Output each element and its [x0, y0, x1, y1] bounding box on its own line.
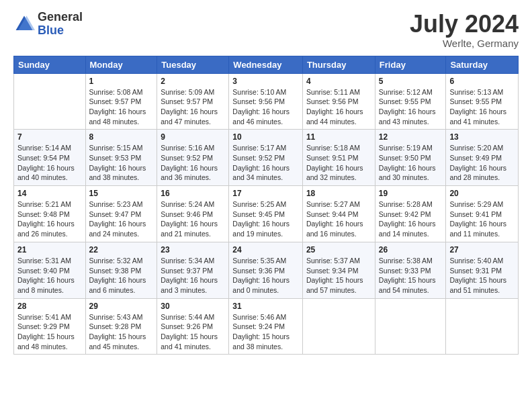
day-info: Sunrise: 5:43 AM Sunset: 9:28 PM Dayligh…	[89, 312, 154, 352]
calendar-cell: 7Sunrise: 5:14 AM Sunset: 9:54 PM Daylig…	[14, 130, 86, 186]
calendar-cell: 3Sunrise: 5:10 AM Sunset: 9:56 PM Daylig…	[229, 73, 303, 130]
day-info: Sunrise: 5:17 AM Sunset: 9:52 PM Dayligh…	[232, 143, 299, 183]
day-number: 29	[89, 302, 154, 311]
calendar-table: SundayMondayTuesdayWednesdayThursdayFrid…	[13, 56, 519, 355]
header: General Blue July 2024 Werlte, Germany	[13, 11, 519, 49]
calendar-cell: 29Sunrise: 5:43 AM Sunset: 9:28 PM Dayli…	[85, 298, 157, 355]
day-number: 5	[379, 77, 443, 86]
day-info: Sunrise: 5:12 AM Sunset: 9:55 PM Dayligh…	[379, 87, 443, 127]
title-month: July 2024	[410, 11, 519, 38]
calendar-cell: 22Sunrise: 5:32 AM Sunset: 9:38 PM Dayli…	[85, 242, 157, 298]
calendar-cell: 11Sunrise: 5:18 AM Sunset: 9:51 PM Dayli…	[302, 130, 375, 186]
day-info: Sunrise: 5:25 AM Sunset: 9:45 PM Dayligh…	[232, 199, 299, 239]
day-number: 18	[306, 189, 371, 198]
day-info: Sunrise: 5:24 AM Sunset: 9:46 PM Dayligh…	[161, 199, 225, 239]
calendar-cell: 25Sunrise: 5:37 AM Sunset: 9:34 PM Dayli…	[302, 242, 375, 298]
day-number: 20	[449, 189, 515, 198]
calendar-header-friday: Friday	[375, 56, 446, 73]
day-number: 11	[306, 132, 371, 142]
day-info: Sunrise: 5:27 AM Sunset: 9:44 PM Dayligh…	[306, 199, 371, 239]
calendar-cell: 23Sunrise: 5:34 AM Sunset: 9:37 PM Dayli…	[157, 242, 229, 298]
calendar-header-row: SundayMondayTuesdayWednesdayThursdayFrid…	[14, 56, 519, 73]
day-number: 28	[17, 302, 82, 311]
day-number: 14	[17, 189, 82, 198]
calendar-week-row: 14Sunrise: 5:21 AM Sunset: 9:48 PM Dayli…	[14, 186, 519, 242]
day-info: Sunrise: 5:23 AM Sunset: 9:47 PM Dayligh…	[89, 199, 154, 239]
calendar-week-row: 1Sunrise: 5:08 AM Sunset: 9:57 PM Daylig…	[14, 73, 519, 130]
day-number: 12	[379, 132, 443, 142]
day-info: Sunrise: 5:37 AM Sunset: 9:34 PM Dayligh…	[306, 256, 371, 295]
calendar-cell	[446, 298, 519, 355]
day-info: Sunrise: 5:44 AM Sunset: 9:26 PM Dayligh…	[161, 312, 225, 352]
calendar-header-wednesday: Wednesday	[229, 56, 303, 73]
day-number: 7	[17, 132, 82, 142]
calendar-cell: 21Sunrise: 5:31 AM Sunset: 9:40 PM Dayli…	[14, 242, 86, 298]
day-info: Sunrise: 5:09 AM Sunset: 9:57 PM Dayligh…	[161, 87, 225, 127]
day-info: Sunrise: 5:18 AM Sunset: 9:51 PM Dayligh…	[306, 143, 371, 183]
day-number: 30	[161, 302, 225, 311]
day-info: Sunrise: 5:19 AM Sunset: 9:50 PM Dayligh…	[379, 143, 443, 183]
calendar-cell: 2Sunrise: 5:09 AM Sunset: 9:57 PM Daylig…	[157, 73, 229, 130]
day-number: 22	[89, 245, 154, 255]
calendar-header-sunday: Sunday	[14, 56, 86, 73]
day-info: Sunrise: 5:10 AM Sunset: 9:56 PM Dayligh…	[232, 87, 299, 127]
calendar-cell: 4Sunrise: 5:11 AM Sunset: 9:56 PM Daylig…	[302, 73, 375, 130]
calendar-cell: 13Sunrise: 5:20 AM Sunset: 9:49 PM Dayli…	[446, 130, 519, 186]
day-info: Sunrise: 5:29 AM Sunset: 9:41 PM Dayligh…	[449, 199, 515, 239]
day-number: 24	[232, 245, 299, 255]
day-number: 23	[161, 245, 225, 255]
day-number: 31	[232, 302, 299, 311]
calendar-header-monday: Monday	[85, 56, 157, 73]
day-info: Sunrise: 5:20 AM Sunset: 9:49 PM Dayligh…	[449, 143, 515, 183]
day-info: Sunrise: 5:11 AM Sunset: 9:56 PM Dayligh…	[306, 87, 371, 127]
calendar-cell: 8Sunrise: 5:15 AM Sunset: 9:53 PM Daylig…	[85, 130, 157, 186]
day-info: Sunrise: 5:14 AM Sunset: 9:54 PM Dayligh…	[17, 143, 82, 183]
calendar-cell: 10Sunrise: 5:17 AM Sunset: 9:52 PM Dayli…	[229, 130, 303, 186]
day-number: 27	[449, 245, 515, 255]
calendar-header-saturday: Saturday	[446, 56, 519, 73]
title-block: July 2024 Werlte, Germany	[410, 11, 519, 49]
logo-general: General	[38, 11, 83, 24]
day-info: Sunrise: 5:08 AM Sunset: 9:57 PM Dayligh…	[89, 87, 154, 127]
calendar-cell: 27Sunrise: 5:40 AM Sunset: 9:31 PM Dayli…	[446, 242, 519, 298]
calendar-cell: 18Sunrise: 5:27 AM Sunset: 9:44 PM Dayli…	[302, 186, 375, 242]
calendar-cell: 12Sunrise: 5:19 AM Sunset: 9:50 PM Dayli…	[375, 130, 446, 186]
day-number: 1	[89, 77, 154, 86]
calendar-cell: 6Sunrise: 5:13 AM Sunset: 9:55 PM Daylig…	[446, 73, 519, 130]
calendar-header-thursday: Thursday	[302, 56, 375, 73]
day-number: 8	[89, 132, 154, 142]
day-number: 21	[17, 245, 82, 255]
calendar-cell: 9Sunrise: 5:16 AM Sunset: 9:52 PM Daylig…	[157, 130, 229, 186]
calendar-cell: 30Sunrise: 5:44 AM Sunset: 9:26 PM Dayli…	[157, 298, 229, 355]
page: General Blue July 2024 Werlte, Germany S…	[0, 0, 532, 411]
day-number: 4	[306, 77, 371, 86]
logo-icon	[13, 13, 35, 35]
calendar-cell: 5Sunrise: 5:12 AM Sunset: 9:55 PM Daylig…	[375, 73, 446, 130]
calendar-cell: 17Sunrise: 5:25 AM Sunset: 9:45 PM Dayli…	[229, 186, 303, 242]
day-info: Sunrise: 5:21 AM Sunset: 9:48 PM Dayligh…	[17, 199, 82, 239]
day-number: 10	[232, 132, 299, 142]
calendar-cell: 20Sunrise: 5:29 AM Sunset: 9:41 PM Dayli…	[446, 186, 519, 242]
day-info: Sunrise: 5:35 AM Sunset: 9:36 PM Dayligh…	[232, 256, 299, 295]
calendar-cell	[302, 298, 375, 355]
calendar-cell: 14Sunrise: 5:21 AM Sunset: 9:48 PM Dayli…	[14, 186, 86, 242]
day-info: Sunrise: 5:28 AM Sunset: 9:42 PM Dayligh…	[379, 199, 443, 239]
day-info: Sunrise: 5:31 AM Sunset: 9:40 PM Dayligh…	[17, 256, 82, 295]
calendar-week-row: 7Sunrise: 5:14 AM Sunset: 9:54 PM Daylig…	[14, 130, 519, 186]
calendar-cell: 16Sunrise: 5:24 AM Sunset: 9:46 PM Dayli…	[157, 186, 229, 242]
day-info: Sunrise: 5:40 AM Sunset: 9:31 PM Dayligh…	[449, 256, 515, 295]
day-number: 13	[449, 132, 515, 142]
day-info: Sunrise: 5:34 AM Sunset: 9:37 PM Dayligh…	[161, 256, 225, 295]
day-info: Sunrise: 5:46 AM Sunset: 9:24 PM Dayligh…	[232, 312, 299, 352]
calendar-week-row: 21Sunrise: 5:31 AM Sunset: 9:40 PM Dayli…	[14, 242, 519, 298]
calendar-cell: 28Sunrise: 5:41 AM Sunset: 9:29 PM Dayli…	[14, 298, 86, 355]
calendar-cell: 24Sunrise: 5:35 AM Sunset: 9:36 PM Dayli…	[229, 242, 303, 298]
day-info: Sunrise: 5:13 AM Sunset: 9:55 PM Dayligh…	[449, 87, 515, 127]
logo-blue: Blue	[38, 24, 83, 38]
day-number: 9	[161, 132, 225, 142]
calendar-cell: 26Sunrise: 5:38 AM Sunset: 9:33 PM Dayli…	[375, 242, 446, 298]
day-number: 15	[89, 189, 154, 198]
calendar-week-row: 28Sunrise: 5:41 AM Sunset: 9:29 PM Dayli…	[14, 298, 519, 355]
day-info: Sunrise: 5:41 AM Sunset: 9:29 PM Dayligh…	[17, 312, 82, 352]
day-info: Sunrise: 5:32 AM Sunset: 9:38 PM Dayligh…	[89, 256, 154, 295]
